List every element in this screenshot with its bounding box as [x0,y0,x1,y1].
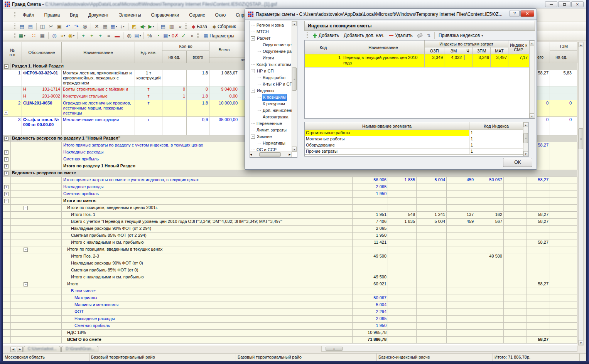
save-all-icon[interactable]: ▤ [27,23,34,30]
col-header-name[interactable]: Наименование [62,42,135,63]
scroll-down-icon[interactable]: ▼ [292,147,297,152]
document-tab[interactable]: C:\Users\adost... [24,346,61,352]
scroll-down-icon[interactable]: ▼ [530,113,534,118]
toolbar-overflow-icon[interactable]: » [189,32,196,39]
horizontal-scroll-thumb[interactable]: ⁞⁞ [326,347,343,351]
preview-icon[interactable]: ◎ [51,32,58,39]
scroll-up-icon[interactable]: ▲ [579,42,583,47]
zero-percent-icon[interactable]: 0✗ [172,32,179,39]
elem-col-index[interactable]: Код Индекса [469,122,523,130]
dialog-close-button[interactable]: ✕ [520,10,534,17]
tree-item-итоги[interactable]: Итоги [250,55,292,61]
col-header-unit[interactable]: Ед. изм. [135,42,162,63]
hundred-percent-icon[interactable]: ✓ [180,32,187,39]
col-header-justification[interactable]: Обоснование [22,42,62,63]
grid-vertical-scrollbar[interactable]: ▲ ≡ ▼ [578,42,584,345]
timer-icon[interactable]: ◔ [155,32,162,39]
idx-col-code[interactable]: Код [305,40,342,54]
elements-scroll-thumb[interactable]: ≡ [523,133,528,143]
expand-toggle-icon[interactable]: − [4,199,8,203]
menu-item[interactable]: Сервис [184,11,210,19]
element-index-code[interactable]: 1 [469,136,523,142]
summary-row[interactable]: В том числе: [3,288,577,295]
idx-col-ozp[interactable]: ОЗП [425,47,444,54]
grid-horizontal-scrollbar[interactable]: ⁞⁞ [321,346,577,352]
menubar-grip[interactable] [14,12,15,18]
tree-item-к-ты-к-нр-и-сп[interactable]: К-ты к НР и СП [250,81,292,88]
summary-row[interactable]: Всего с учетом "Перевод в текущий уровен… [3,219,577,226]
summary-row[interactable]: Накладные расходы 90% ФОТ (от 2 294)2 06… [3,226,577,233]
tree-item-лимит-затраты[interactable]: Лимит. затраты [250,127,292,133]
expand-toggle-icon[interactable]: − [24,206,28,210]
minimize-button[interactable] [545,1,557,7]
elements-scrollbar[interactable]: ▲ ≡ ▼ [523,122,528,156]
col-header-qty-total[interactable]: всего [187,51,209,63]
col-header-num[interactable]: №п.п [3,42,22,63]
tree-item-доп-начислени[interactable]: Доп. начислени [250,107,292,114]
delete-index-button[interactable]: Удалить [387,32,415,39]
tree-item-мтсн[interactable]: МТСН [250,29,292,35]
tree-item-виды-работ[interactable]: Виды работ [250,74,292,81]
find-icon[interactable]: ◎ [81,23,88,30]
calculator-icon[interactable]: ▦ [39,32,46,39]
open-folder-icon[interactable]: ◩ [131,23,138,30]
expand-toggle-icon[interactable]: + [4,150,8,155]
index-row-zpm[interactable]: 3,349 [473,54,491,67]
expand-toggle-icon[interactable]: + [4,136,8,141]
search-icon[interactable]: ◎ [126,32,133,39]
tree-item-нормативы[interactable]: Нормативы [250,140,292,147]
add-section-icon[interactable]: + [88,32,95,39]
idx-col-ch[interactable]: Ч [463,47,473,54]
col-header-total[interactable]: Всего [209,42,239,57]
expand-toggle-icon[interactable]: + [4,157,8,162]
table-icon[interactable]: ▦ [110,23,117,30]
element-index-code[interactable]: 1 [469,130,523,136]
tab-scroll-right-icon[interactable]: ▶ [17,347,23,352]
element-name[interactable]: Строительные работы [305,130,469,136]
col-header-qty-per-unit[interactable]: на ед. [162,51,187,63]
tree-item-ос-и-сср[interactable]: ОС и ССР [250,147,292,152]
summary-row[interactable]: Сметная прибыль1 950 [3,323,577,330]
list-icon[interactable]: ▤ [134,32,141,39]
tree-horizontal-scrollbar[interactable]: ◀ ▶ [250,152,292,157]
key-icon[interactable]: ¤ [59,32,66,39]
summary-row[interactable]: Накладные расходы2 065 [3,316,577,323]
undo-icon[interactable]: ↶ [64,23,71,30]
index-row-name[interactable]: Перевод в текущий уровень цен 2010 года [342,54,425,67]
grand-smeta-icon[interactable]: ∷ [30,32,37,39]
paste-icon[interactable]: ▣ [56,23,63,30]
menu-item[interactable]: Элементы [114,11,146,19]
summary-row[interactable]: НДС 18%10 965,78 [3,330,577,337]
expand-toggle-icon[interactable]: − [24,248,28,252]
tree-item-нр-и-сп[interactable]: −НР и СП [250,68,292,74]
index-row-smr[interactable]: 7,17 [508,54,529,67]
expand-toggle-icon[interactable]: − [24,282,28,286]
add-position-icon[interactable]: + [80,32,87,39]
copy-icon[interactable]: ◫ [39,23,46,30]
menu-item[interactable]: Справочники [146,11,184,19]
percent-icon[interactable]: % [146,32,153,39]
scroll-left-icon[interactable]: ◀ [250,152,252,157]
scroll-down-icon[interactable]: ▼ [523,151,528,156]
summary-row[interactable]: −Итоги по смете: [3,198,577,205]
tree-item-коэф-ты-к-итогам[interactable]: Коэф-ты к итогам [250,61,292,68]
col-header-quantity[interactable]: Кол-во [162,42,209,51]
index-row-ozp[interactable]: 3,349 [425,54,444,67]
add-index-button[interactable]: Добавить [311,32,341,39]
scroll-up-icon[interactable]: ▲ [523,122,528,127]
sort-icon[interactable]: ↓ [119,23,126,30]
scroll-up-icon[interactable]: ▲ [292,21,297,26]
indexes-scrollbar[interactable]: ▲ ▼ [529,40,535,118]
summary-row[interactable]: Итого с накладными и см. прибылью11 4215… [3,239,577,246]
expand-toggle-icon[interactable]: + [4,164,8,169]
scroll-up-icon[interactable]: ▲ [530,40,534,46]
tree-item-округление-ра[interactable]: Округление ра [250,48,292,55]
save-icon[interactable]: ▤ [19,23,25,30]
tree-item-к-позициям[interactable]: К позициям [250,94,292,101]
tree-item-автозагрузка[interactable]: Автозагрузка [250,114,292,120]
index-row-mat[interactable]: 3,497 [491,54,508,67]
tree-item-переменные[interactable]: Переменные [250,120,292,127]
index-row-code[interactable]: 1 [305,54,342,67]
delete-icon[interactable]: ✕ [93,23,100,30]
expand-toggle-icon[interactable]: + [4,192,8,196]
